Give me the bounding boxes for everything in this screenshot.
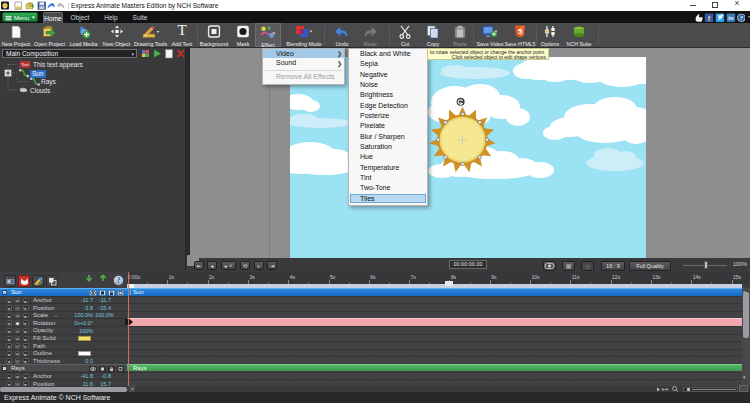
svg-text:Text: Text bbox=[21, 62, 30, 67]
svg-text:5: 5 bbox=[518, 27, 522, 36]
svg-text:in: in bbox=[728, 15, 734, 21]
